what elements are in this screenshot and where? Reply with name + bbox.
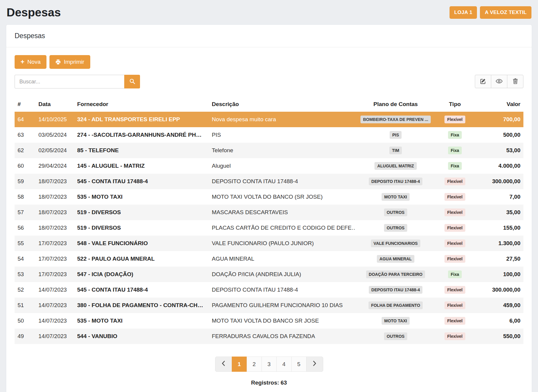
row-supplier: 522 - PAULO AGUA MNERAL xyxy=(74,251,209,267)
tipo-badge: Fixa xyxy=(448,147,462,154)
plano-badge: ALUGUEL MATRIZ xyxy=(374,162,416,170)
next-page-button[interactable] xyxy=(306,357,323,372)
row-date: 17/07/2023 xyxy=(35,267,74,282)
table-row[interactable]: 64 14/10/2025 324 - ADL TRANSPORTES EIRE… xyxy=(15,112,523,127)
search-group xyxy=(15,75,140,88)
row-value: 300.000,00 xyxy=(474,174,523,189)
row-date: 03/05/2024 xyxy=(35,127,74,143)
table-row[interactable]: 51 14/07/2023 380 - FOLHA DE PAGAMENTO -… xyxy=(15,298,523,313)
row-description: PLACAS CARTÃO DE CREDITO E CODIGO DE DEF… xyxy=(209,220,355,236)
row-date: 14/10/2025 xyxy=(35,112,74,127)
card-body: + Nova Imprimir xyxy=(6,47,532,392)
page-button-1[interactable]: 1 xyxy=(232,357,247,372)
row-supplier: 544 - VANUBIO xyxy=(74,329,209,344)
row-supplier: 547 - ICIA (DOAÇÃO) xyxy=(74,267,209,282)
delete-button[interactable] xyxy=(507,75,523,88)
page-button-4[interactable]: 4 xyxy=(276,357,292,372)
chevron-left-icon xyxy=(221,361,226,368)
tipo-badge: Fixa xyxy=(448,162,462,170)
tipo-badge: Flexível xyxy=(444,301,465,309)
table-row[interactable]: 59 18/07/2023 545 - CONTA ITAU 17488-4 D… xyxy=(15,174,523,189)
tipo-badge: Flexível xyxy=(444,178,465,185)
page-button-3[interactable]: 3 xyxy=(262,357,277,372)
row-id: 50 xyxy=(15,313,35,329)
card-title: Despesas xyxy=(15,32,45,40)
printer-icon xyxy=(55,59,61,65)
prev-page-button[interactable] xyxy=(215,357,232,372)
nova-button-label: Nova xyxy=(27,59,41,65)
despesas-card: Despesas + Nova Imprimir xyxy=(6,24,532,392)
plano-badge: DOAÇÃO PARA TERCEIRO xyxy=(366,270,425,278)
row-id: 52 xyxy=(15,282,35,298)
row-value: 6,00 xyxy=(474,313,523,329)
row-description: Aluguel xyxy=(209,158,355,174)
tipo-badge: Flexível xyxy=(444,116,465,123)
row-supplier: 519 - DIVERSOS xyxy=(74,220,209,236)
table-row[interactable]: 60 29/04/2024 145 - ALUGUEL - MATRIZ Alu… xyxy=(15,158,523,174)
table-row[interactable]: 57 18/07/2023 519 - DIVERSOS MASCARAS DE… xyxy=(15,205,523,220)
page: Despesas LOJA 1 A VELOZ TEXTIL Despesas … xyxy=(0,0,538,392)
row-description: AGUA MINERAL xyxy=(209,251,355,267)
table-row[interactable]: 49 14/07/2023 544 - VANUBIO FERRADURAS C… xyxy=(15,329,523,344)
row-supplier: 145 - ALUGUEL - MATRIZ xyxy=(74,158,209,174)
company-button[interactable]: A VELOZ TEXTIL xyxy=(480,6,531,19)
page-button-5[interactable]: 5 xyxy=(291,357,307,372)
column-header-tipo: Tipo xyxy=(436,97,474,112)
tipo-badge: Flexível xyxy=(444,209,465,216)
pagination: 12345 xyxy=(15,357,523,372)
row-value: 155,00 xyxy=(474,220,523,236)
row-date: 18/07/2023 xyxy=(35,220,74,236)
store-button[interactable]: LOJA 1 xyxy=(450,6,477,19)
row-id: 54 xyxy=(15,251,35,267)
row-description: PAGAMENTO GUILHERM FUNCIONARIO 10 DIAS xyxy=(209,298,355,313)
search-input[interactable] xyxy=(15,75,124,88)
search-button[interactable] xyxy=(124,75,140,88)
table-row[interactable]: 58 18/07/2023 535 - MOTO TAXI MOTO TAXI … xyxy=(15,189,523,205)
row-value: 27,50 xyxy=(474,251,523,267)
row-date: 29/04/2024 xyxy=(35,158,74,174)
imprimir-button[interactable]: Imprimir xyxy=(49,55,90,69)
row-description: MOTO TAXI VOLTA DO BANCO (SR JOSE) xyxy=(209,189,355,205)
row-id: 64 xyxy=(15,112,35,127)
table-row[interactable]: 54 17/07/2023 522 - PAULO AGUA MNERAL AG… xyxy=(15,251,523,267)
table-row[interactable]: 52 14/07/2023 545 - CONTA ITAU 17488-4 D… xyxy=(15,282,523,298)
table-row[interactable]: 56 18/07/2023 519 - DIVERSOS PLACAS CART… xyxy=(15,220,523,236)
row-action-buttons xyxy=(475,75,523,88)
view-button[interactable] xyxy=(491,75,507,88)
table-row[interactable]: 55 17/07/2023 548 - VALE FUNCIONÁRIO VAL… xyxy=(15,236,523,251)
page-button-2[interactable]: 2 xyxy=(247,357,262,372)
tipo-badge: Fixa xyxy=(448,131,462,139)
table-body: 64 14/10/2025 324 - ADL TRANSPORTES EIRE… xyxy=(15,112,523,344)
toolbar: + Nova Imprimir xyxy=(15,55,523,69)
row-value: 500,00 xyxy=(474,127,523,143)
row-date: 17/07/2023 xyxy=(35,251,74,267)
tipo-badge: Flexível xyxy=(444,332,465,340)
row-description: PIS xyxy=(209,127,355,143)
page-title: Despesas xyxy=(7,6,61,19)
plano-badge: PIS xyxy=(390,131,402,139)
row-id: 58 xyxy=(15,189,35,205)
nova-button[interactable]: + Nova xyxy=(15,55,46,69)
row-date: 14/07/2023 xyxy=(35,282,74,298)
row-supplier: 324 - ADL TRANSPORTES EIRELI EPP xyxy=(74,112,209,127)
plus-icon: + xyxy=(21,59,24,65)
plano-badge: TIM xyxy=(389,147,402,154)
table-row[interactable]: 50 14/07/2023 535 - MOTO TAXI MOTO TAXI … xyxy=(15,313,523,329)
trash-icon xyxy=(513,78,518,85)
row-date: 18/07/2023 xyxy=(35,174,74,189)
row-value: 300.000,00 xyxy=(474,282,523,298)
row-date: 18/07/2023 xyxy=(35,189,74,205)
row-supplier: 380 - FOLHA DE PAGAMENTO - CONTRA-CH… xyxy=(74,298,209,313)
plano-badge: OUTROS xyxy=(384,224,407,232)
row-value: 4.000,00 xyxy=(474,158,523,174)
row-value: 7,00 xyxy=(474,189,523,205)
table-row[interactable]: 53 17/07/2023 547 - ICIA (DOAÇÃO) DOAÇÃO… xyxy=(15,267,523,282)
row-id: 55 xyxy=(15,236,35,251)
table-row[interactable]: 63 03/05/2024 274 - -SACOLITAS-GARANHUNS… xyxy=(15,127,523,143)
tipo-badge: Flexível xyxy=(444,193,465,201)
row-supplier: 535 - MOTO TAXI xyxy=(74,313,209,329)
plano-badge: BOMBEIRO-TAXA DE PREVEN ... xyxy=(360,116,431,123)
row-id: 63 xyxy=(15,127,35,143)
table-row[interactable]: 62 02/05/2024 85 - TELEFONE Telefone TIM… xyxy=(15,143,523,158)
edit-button[interactable] xyxy=(475,75,491,88)
